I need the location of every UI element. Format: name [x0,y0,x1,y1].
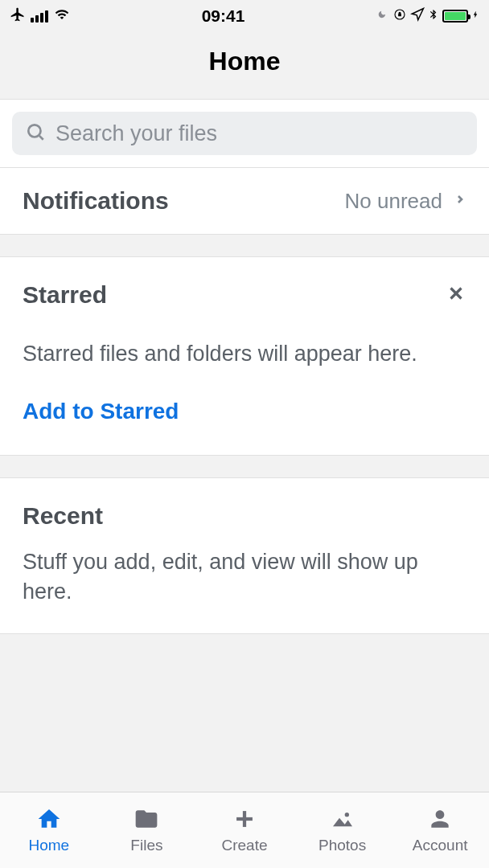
tab-files[interactable]: Files [98,792,196,868]
search-box[interactable] [12,112,477,155]
content-fill [0,634,489,792]
location-icon [410,6,425,26]
status-time: 09:41 [202,6,245,26]
search-container [0,99,489,168]
photo-icon [330,806,355,832]
tab-account[interactable]: Account [391,792,489,868]
notifications-row[interactable]: Notifications No unread [0,168,489,235]
search-input[interactable] [55,121,464,146]
tab-photos[interactable]: Photos [294,792,392,868]
starred-title: Starred [23,281,107,309]
status-bar: 09:41 [0,0,489,32]
status-right [376,6,479,27]
plus-icon [231,806,258,832]
chevron-right-icon [454,189,466,213]
folder-icon [134,806,159,832]
svg-line-2 [39,136,43,140]
starred-header: Starred [23,281,466,309]
section-spacer [0,456,489,478]
notifications-label: Notifications [23,187,169,215]
notifications-status: No unread [345,189,442,214]
status-left [10,6,71,27]
svg-point-1 [28,125,40,137]
close-icon[interactable] [446,283,466,307]
signal-icon [31,10,48,23]
tab-bar: Home Files Create Photos Account [0,792,489,868]
tab-home[interactable]: Home [0,792,98,868]
rotation-lock-icon [392,6,407,26]
tab-photos-label: Photos [318,837,366,854]
recent-title: Recent [23,502,466,530]
notifications-right: No unread [345,189,466,214]
page-title: Home [209,47,281,76]
airplane-icon [10,6,26,27]
home-icon [36,806,62,832]
recent-section: Recent Stuff you add, edit, and view wil… [0,478,489,634]
tab-account-label: Account [413,837,468,854]
recent-description: Stuff you add, edit, and view will show … [23,547,466,606]
tab-create[interactable]: Create [195,792,294,868]
svg-point-7 [344,813,348,817]
section-spacer [0,235,489,257]
search-icon [25,121,46,145]
tab-files-label: Files [130,837,162,854]
charging-icon [471,6,479,26]
tab-home-label: Home [28,837,69,854]
bluetooth-icon [428,6,439,27]
add-starred-link[interactable]: Add to Starred [23,399,466,424]
starred-section: Starred Starred files and folders will a… [0,257,489,456]
starred-description: Starred files and folders will appear he… [23,339,466,368]
tab-create-label: Create [221,837,267,854]
header: Home [0,32,489,99]
battery-icon [442,10,468,23]
moon-icon [376,6,389,26]
wifi-icon [53,6,71,26]
person-icon [427,806,453,832]
